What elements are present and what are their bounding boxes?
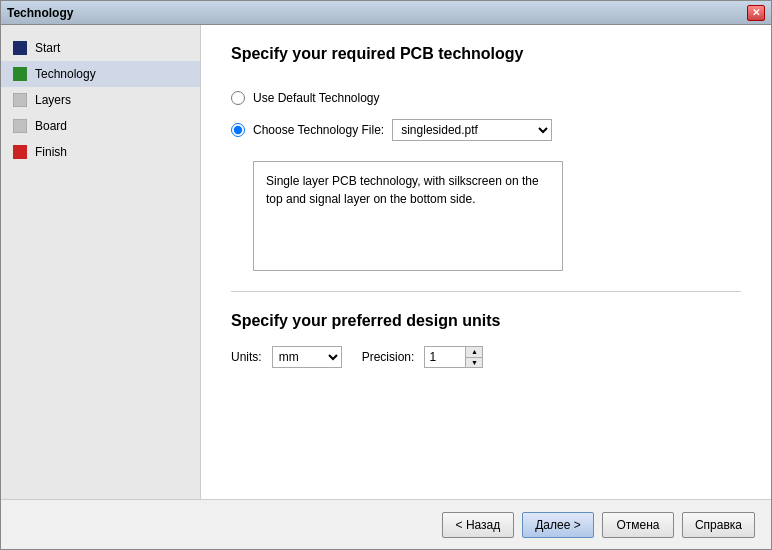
svg-rect-1: [13, 67, 27, 81]
start-icon: [13, 41, 27, 55]
next-button[interactable]: Далее >: [522, 512, 594, 538]
description-text: Single layer PCB technology, with silksc…: [266, 174, 539, 206]
sidebar-item-start[interactable]: Start: [1, 35, 200, 61]
radio-default-label: Use Default Technology: [253, 91, 380, 105]
units-dropdown[interactable]: mm inch mil: [272, 346, 342, 368]
sidebar-item-layers[interactable]: Layers: [1, 87, 200, 113]
sidebar-label-finish: Finish: [35, 145, 67, 159]
radio-default-row: Use Default Technology: [231, 91, 741, 105]
units-label: Units:: [231, 350, 262, 364]
sidebar-item-board[interactable]: Board: [1, 113, 200, 139]
file-dropdown[interactable]: singlesided.ptf doublesided.ptf multilay…: [392, 119, 552, 141]
svg-rect-3: [13, 119, 27, 133]
sidebar-label-layers: Layers: [35, 93, 71, 107]
window-title: Technology: [7, 6, 73, 20]
svg-rect-2: [13, 93, 27, 107]
section2-title: Specify your preferred design units: [231, 312, 741, 330]
help-button[interactable]: Справка: [682, 512, 755, 538]
spinner-down-button[interactable]: ▼: [466, 358, 482, 368]
cancel-button[interactable]: Отмена: [602, 512, 674, 538]
sidebar-label-technology: Technology: [35, 67, 96, 81]
radio-choose-row: Choose Technology File: singlesided.ptf …: [231, 119, 741, 141]
close-button[interactable]: ✕: [747, 5, 765, 21]
precision-label: Precision:: [362, 350, 415, 364]
section-divider: [231, 291, 741, 292]
sidebar-label-board: Board: [35, 119, 67, 133]
spinner-up-button[interactable]: ▲: [466, 347, 482, 358]
sidebar-label-start: Start: [35, 41, 60, 55]
sidebar-item-finish[interactable]: Finish: [1, 139, 200, 165]
title-bar: Technology ✕: [1, 1, 771, 25]
board-icon: [13, 119, 27, 133]
radio-default[interactable]: [231, 91, 245, 105]
description-box: Single layer PCB technology, with silksc…: [253, 161, 563, 271]
spinner-buttons: ▲ ▼: [465, 347, 482, 367]
footer: < Назад Далее > Отмена Справка: [1, 499, 771, 549]
radio-group: Use Default Technology Choose Technology…: [231, 91, 741, 141]
main-window: Technology ✕ Start Technology: [0, 0, 772, 550]
finish-icon: [13, 145, 27, 159]
precision-input[interactable]: 1: [425, 347, 465, 367]
section1-title: Specify your required PCB technology: [231, 45, 741, 71]
units-row: Units: mm inch mil Precision: 1 ▲ ▼: [231, 346, 741, 368]
radio-choose[interactable]: [231, 123, 245, 137]
sidebar: Start Technology Layers Bo: [1, 25, 201, 499]
radio-choose-label: Choose Technology File:: [253, 123, 384, 137]
back-button[interactable]: < Назад: [442, 512, 514, 538]
svg-rect-4: [13, 145, 27, 159]
main-content: Specify your required PCB technology Use…: [201, 25, 771, 499]
window-body: Start Technology Layers Bo: [1, 25, 771, 499]
layers-icon: [13, 93, 27, 107]
sidebar-item-technology[interactable]: Technology: [1, 61, 200, 87]
technology-icon: [13, 67, 27, 81]
precision-spinner: 1 ▲ ▼: [424, 346, 483, 368]
svg-rect-0: [13, 41, 27, 55]
